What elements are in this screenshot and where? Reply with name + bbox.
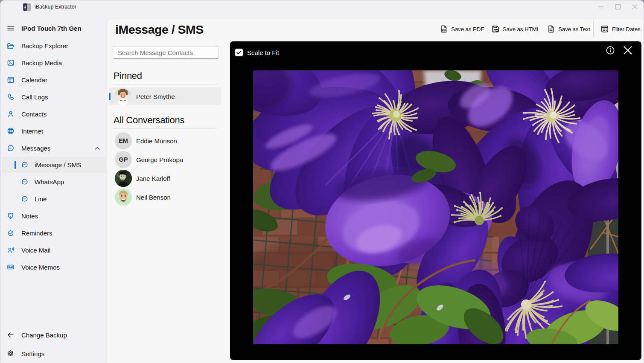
svg-text:PDF: PDF bbox=[442, 29, 445, 31]
